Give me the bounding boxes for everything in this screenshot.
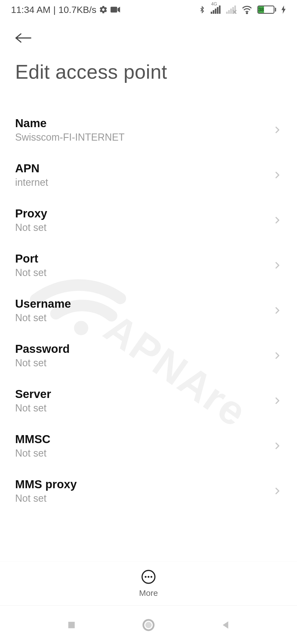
chevron-right-icon <box>273 486 282 496</box>
setting-row-mms-proxy[interactable]: MMS proxy Not set <box>0 468 297 514</box>
chevron-right-icon <box>273 306 282 315</box>
setting-value: Not set <box>15 222 273 233</box>
setting-value: Not set <box>15 402 273 414</box>
setting-label: MMSC <box>15 433 273 446</box>
signal-sim2-icon <box>226 6 237 14</box>
setting-label: APN <box>15 162 273 175</box>
charging-bolt-icon <box>281 6 286 14</box>
svg-rect-6 <box>226 12 228 14</box>
status-net-speed: 10.7KB/s <box>59 4 97 15</box>
settings-list: Name Swisscom-FI-INTERNET APN internet P… <box>0 107 297 514</box>
setting-row-port[interactable]: Port Not set <box>0 243 297 288</box>
svg-rect-2 <box>213 10 215 14</box>
back-button[interactable] <box>15 32 32 45</box>
setting-label: Name <box>15 117 273 130</box>
status-time: 11:34 AM <box>11 4 51 15</box>
chevron-right-icon <box>273 170 282 180</box>
more-button[interactable]: More <box>139 569 158 598</box>
svg-rect-8 <box>230 9 232 14</box>
setting-row-username[interactable]: Username Not set <box>0 288 297 333</box>
svg-point-17 <box>145 576 147 578</box>
signal-4g-label: 4G <box>211 2 217 7</box>
setting-row-name[interactable]: Name Swisscom-FI-INTERNET <box>0 107 297 152</box>
setting-row-password[interactable]: Password Not set <box>0 333 297 378</box>
setting-label: Proxy <box>15 207 273 220</box>
wifi-icon <box>241 5 252 14</box>
settings-list-viewport[interactable]: Name Swisscom-FI-INTERNET APN internet P… <box>0 107 297 561</box>
chevron-right-icon <box>273 215 282 225</box>
status-separator: | <box>53 4 56 15</box>
setting-value: Not set <box>15 493 273 504</box>
chevron-right-icon <box>273 441 282 451</box>
svg-point-18 <box>148 576 150 578</box>
setting-label: MMS proxy <box>15 478 273 491</box>
setting-label: Password <box>15 342 273 356</box>
svg-rect-5 <box>219 6 221 14</box>
settings-gear-icon <box>99 5 108 14</box>
chevron-right-icon <box>273 261 282 270</box>
system-nav-bar <box>0 605 297 644</box>
arrow-left-icon <box>15 32 32 44</box>
nav-recents-button[interactable] <box>63 617 80 633</box>
setting-value: internet <box>15 177 273 188</box>
nav-back-button[interactable] <box>217 617 234 633</box>
svg-rect-1 <box>211 12 212 14</box>
svg-rect-7 <box>228 10 230 14</box>
setting-value: Not set <box>15 267 273 279</box>
svg-point-13 <box>246 13 248 14</box>
setting-row-proxy[interactable]: Proxy Not set <box>0 198 297 243</box>
more-label: More <box>139 588 158 598</box>
app-bar <box>0 22 297 55</box>
square-icon <box>66 620 77 631</box>
page-title: Edit access point <box>0 55 297 94</box>
setting-label: Port <box>15 252 273 265</box>
svg-rect-4 <box>217 7 219 14</box>
setting-value: Not set <box>15 312 273 324</box>
svg-rect-3 <box>215 9 216 14</box>
signal-sim1-icon: 4G <box>211 6 221 14</box>
svg-point-22 <box>145 622 152 628</box>
status-bar: 11:34 AM | 10.7KB/s 4G 38 <box>0 0 297 19</box>
bottom-toolbar: More <box>0 561 297 605</box>
chevron-right-icon <box>273 396 282 405</box>
setting-label: Username <box>15 297 273 310</box>
svg-rect-0 <box>111 7 117 13</box>
triangle-left-icon <box>220 620 231 631</box>
setting-row-server[interactable]: Server Not set <box>0 378 297 423</box>
status-left: 11:34 AM | 10.7KB/s <box>11 4 120 15</box>
setting-label: Server <box>15 388 273 401</box>
battery-percent: 38 <box>258 7 264 13</box>
circle-icon <box>142 618 155 632</box>
setting-value: Swisscom-FI-INTERNET <box>15 132 273 143</box>
bluetooth-icon <box>199 5 206 15</box>
chevron-right-icon <box>273 351 282 360</box>
setting-value: Not set <box>15 447 273 459</box>
status-right: 4G 38 <box>199 5 286 15</box>
setting-row-mmsc[interactable]: MMSC Not set <box>0 423 297 468</box>
svg-rect-20 <box>68 622 75 628</box>
svg-point-19 <box>150 576 152 578</box>
setting-value: Not set <box>15 357 273 369</box>
chevron-right-icon <box>273 125 282 135</box>
setting-row-apn[interactable]: APN internet <box>0 152 297 198</box>
more-ellipsis-icon <box>141 569 156 586</box>
battery-icon: 38 <box>257 6 276 14</box>
video-camera-icon <box>111 6 120 13</box>
nav-home-button[interactable] <box>140 617 157 633</box>
